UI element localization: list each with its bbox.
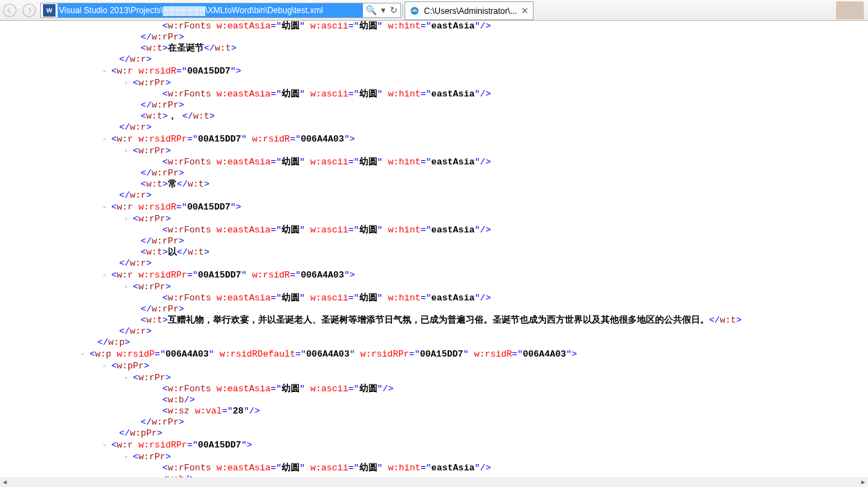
xml-line: - <w:pPr> [0, 360, 868, 372]
xml-viewer: <w:rFonts w:eastAsia="幼圆" w:ascii="幼圆" w… [0, 21, 868, 477]
divider [402, 4, 403, 17]
word-file-icon: W [43, 4, 56, 17]
avatar [836, 1, 864, 19]
xml-line: <w:t>， </w:t> [0, 111, 868, 122]
xml-line: - <w:rPr> [0, 213, 868, 225]
horizontal-scrollbar[interactable]: ◄ ► [0, 477, 868, 487]
window-corner [836, 0, 868, 21]
xml-line: </w:p> [0, 337, 868, 348]
xml-line: - <w:r w:rsidR="00A15DD7"> [0, 65, 868, 77]
tab-title: C:\Users\Administrator\... [424, 6, 517, 16]
xml-line: <w:rFonts w:eastAsia="幼圆" w:ascii="幼圆" w… [0, 21, 868, 32]
browser-tab[interactable]: C:\Users\Administrator\... ✕ [405, 1, 534, 20]
dropdown-icon[interactable]: ▾ [381, 3, 386, 17]
xml-line: <w:rFonts w:eastAsia="幼圆" w:ascii="幼圆" w… [0, 463, 868, 474]
tab-close-icon[interactable]: ✕ [521, 6, 529, 16]
address-text: Visual Studio 2013\Projects\▓▓▓▓▓▓▓\XMLt… [58, 3, 363, 17]
xml-line: <w:rFonts w:eastAsia="幼圆" w:ascii="幼圆" w… [0, 157, 868, 168]
xml-line: - <w:rPr> [0, 145, 868, 157]
xml-line: </w:r> [0, 258, 868, 269]
xml-line: <w:t>互赠礼物，举行欢宴，并以圣诞老人、圣诞树等增添节日气氛，已成为普遍习俗… [0, 315, 868, 326]
xml-line: <w:rFonts w:eastAsia="幼圆" w:ascii="幼圆"/> [0, 384, 868, 395]
back-button[interactable] [0, 1, 19, 20]
xml-line: </w:r> [0, 54, 868, 65]
xml-line: - <w:rPr> [0, 372, 868, 384]
xml-line: </w:r> [0, 122, 868, 133]
xml-line: <w:rFonts w:eastAsia="幼圆" w:ascii="幼圆" w… [0, 225, 868, 236]
xml-line: <w:t>常</w:t> [0, 179, 868, 190]
xml-line: </w:rPr> [0, 100, 868, 111]
xml-line: </w:rPr> [0, 304, 868, 315]
xml-line: <w:t>以</w:t> [0, 247, 868, 258]
xml-line: </w:rPr> [0, 168, 868, 179]
svg-point-0 [3, 3, 16, 16]
scroll-track[interactable] [10, 477, 858, 487]
svg-point-1 [23, 3, 35, 16]
ie-icon [409, 6, 420, 16]
address-controls: 🔍 ▾ ↻ [363, 3, 400, 17]
xml-line: </w:rPr> [0, 417, 868, 428]
xml-line: - <w:r w:rsidR="00A15DD7"> [0, 201, 868, 213]
xml-line: <w:b/> [0, 395, 868, 406]
xml-line: - <w:p w:rsidP="006A4A03" w:rsidRDefault… [0, 348, 868, 360]
xml-line: - <w:r w:rsidRPr="00A15DD7" w:rsidR="006… [0, 269, 868, 281]
xml-line: <w:rFonts w:eastAsia="幼圆" w:ascii="幼圆" w… [0, 89, 868, 100]
xml-line: </w:rPr> [0, 32, 868, 43]
xml-line: </w:r> [0, 326, 868, 337]
address-bar[interactable]: W Visual Studio 2013\Projects\▓▓▓▓▓▓▓\XM… [40, 3, 401, 18]
xml-line: - <w:rPr> [0, 451, 868, 463]
xml-line: <w:t>在圣诞节</w:t> [0, 43, 868, 54]
xml-line: - <w:r w:rsidRPr="00A15DD7"> [0, 439, 868, 451]
xml-line: <w:rFonts w:eastAsia="幼圆" w:ascii="幼圆" w… [0, 293, 868, 304]
scroll-left-icon[interactable]: ◄ [0, 477, 10, 487]
browser-chrome: W Visual Studio 2013\Projects\▓▓▓▓▓▓▓\XM… [0, 0, 868, 21]
refresh-icon[interactable]: ↻ [390, 3, 398, 17]
xml-line: <w:sz w:val="28"/> [0, 406, 868, 417]
xml-line: </w:pPr> [0, 428, 868, 439]
xml-line: - <w:r w:rsidRPr="00A15DD7" w:rsidR="006… [0, 133, 868, 145]
xml-line: - <w:rPr> [0, 281, 868, 293]
xml-line: </w:r> [0, 190, 868, 201]
xml-line: </w:rPr> [0, 236, 868, 247]
search-icon[interactable]: 🔍 [366, 3, 377, 17]
xml-line: - <w:rPr> [0, 77, 868, 89]
scroll-right-icon[interactable]: ► [858, 477, 868, 487]
forward-button[interactable] [19, 1, 39, 20]
